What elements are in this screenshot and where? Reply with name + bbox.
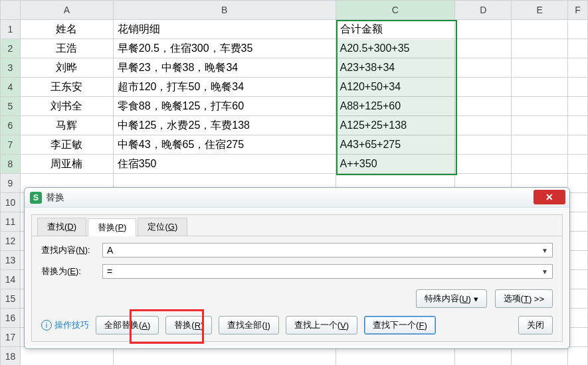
row-header[interactable]: 15 (1, 289, 21, 309)
cell[interactable]: 中餐125，水费25，车费138 (113, 116, 336, 135)
chevron-down-icon[interactable]: ▼ (541, 268, 548, 275)
cell[interactable]: A88+125+60 (336, 97, 455, 116)
cell[interactable] (512, 39, 568, 58)
cell[interactable]: A43+65+275 (336, 135, 455, 155)
cell[interactable] (568, 193, 588, 212)
cell[interactable] (113, 347, 336, 366)
cell[interactable] (568, 116, 588, 135)
col-header-B[interactable]: B (113, 1, 336, 20)
find-prev-button[interactable]: 查找上一个(V) (286, 316, 357, 334)
cell[interactable]: 王东安 (20, 78, 113, 97)
col-header-F[interactable]: F (568, 1, 588, 20)
cell[interactable] (568, 20, 588, 39)
special-content-button[interactable]: 特殊内容(U) ▾ (416, 289, 487, 308)
cell[interactable] (512, 155, 568, 174)
row-header[interactable]: 1 (1, 20, 21, 39)
cell[interactable] (336, 347, 455, 366)
replace-input[interactable]: = ▼ (102, 264, 553, 279)
row-header[interactable]: 16 (1, 309, 21, 328)
row-header[interactable]: 18 (1, 347, 21, 366)
cell[interactable]: 零食88，晚餐125，打车60 (113, 97, 336, 116)
close-button[interactable]: 关闭 (518, 316, 553, 334)
cell[interactable]: 住宿350 (113, 155, 336, 174)
cell[interactable]: A++350 (336, 155, 455, 174)
cell[interactable]: 花销明细 (113, 20, 336, 39)
tab-replace[interactable]: 替换(P) (88, 218, 136, 236)
dialog-titlebar[interactable]: S 替换 ✕ (25, 188, 569, 208)
tips-link[interactable]: i 操作技巧 (41, 319, 89, 331)
cell[interactable] (568, 78, 588, 97)
cell[interactable] (512, 135, 568, 155)
cell[interactable] (20, 347, 113, 366)
replace-button[interactable]: 替换(R) (165, 316, 212, 334)
cell[interactable] (512, 58, 568, 78)
chevron-down-icon[interactable]: ▼ (541, 247, 548, 254)
row-header[interactable]: 2 (1, 39, 21, 58)
cell[interactable] (455, 78, 512, 97)
options-button[interactable]: 选项(T) >> (495, 289, 553, 308)
cell[interactable] (455, 20, 512, 39)
row-header[interactable]: 10 (1, 193, 21, 212)
cell[interactable]: 早餐20.5，住宿300，车费35 (113, 39, 336, 58)
cell[interactable] (455, 58, 512, 78)
cell[interactable]: 王浩 (20, 39, 113, 58)
cell[interactable] (512, 97, 568, 116)
cell[interactable]: 周亚楠 (20, 155, 113, 174)
cell[interactable] (568, 39, 588, 58)
cell[interactable] (568, 328, 588, 347)
col-header-E[interactable]: E (512, 1, 568, 20)
select-all-corner[interactable] (1, 1, 21, 20)
row-header[interactable]: 4 (1, 78, 21, 97)
row-header[interactable]: 12 (1, 232, 21, 251)
row-header[interactable]: 5 (1, 97, 21, 116)
tab-find[interactable]: 查找(D) (37, 218, 86, 236)
cell[interactable] (512, 116, 568, 135)
col-header-C[interactable]: C (336, 1, 455, 20)
replace-all-button[interactable]: 全部替换(A) (96, 316, 159, 334)
cell[interactable]: 刘书全 (20, 97, 113, 116)
row-header[interactable]: 6 (1, 116, 21, 135)
cell[interactable] (455, 116, 512, 135)
row-header[interactable]: 9 (1, 174, 21, 193)
cell[interactable]: A120+50+34 (336, 78, 455, 97)
cell[interactable] (512, 347, 568, 366)
find-input[interactable]: A ▼ (102, 243, 553, 257)
cell[interactable] (568, 174, 588, 193)
find-all-button[interactable]: 查找全部(I) (219, 316, 278, 334)
cell[interactable]: 早餐23，中餐38，晚餐34 (113, 58, 336, 78)
cell[interactable] (455, 347, 512, 366)
cell[interactable]: A125+25+138 (336, 116, 455, 135)
col-header-D[interactable]: D (455, 1, 512, 20)
cell[interactable]: 李正敏 (20, 135, 113, 155)
cell[interactable] (568, 347, 588, 366)
cell[interactable]: A23+38+34 (336, 58, 455, 78)
cell[interactable] (512, 78, 568, 97)
cell[interactable]: 超市120，打车50，晚餐34 (113, 78, 336, 97)
row-header[interactable]: 8 (1, 155, 21, 174)
tab-goto[interactable]: 定位(G) (138, 218, 187, 236)
cell[interactable]: 刘晔 (20, 58, 113, 78)
cell[interactable]: 合计金额 (336, 20, 455, 39)
cell[interactable] (568, 212, 588, 232)
row-header[interactable]: 14 (1, 270, 21, 289)
cell[interactable] (455, 39, 512, 58)
row-header[interactable]: 7 (1, 135, 21, 155)
find-next-button[interactable]: 查找下一个(F) (364, 316, 436, 334)
close-icon[interactable]: ✕ (534, 190, 565, 204)
cell[interactable] (512, 20, 568, 39)
cell[interactable] (568, 309, 588, 328)
row-header[interactable]: 13 (1, 251, 21, 270)
cell[interactable] (568, 251, 588, 270)
row-header[interactable]: 3 (1, 58, 21, 78)
cell[interactable]: 中餐43，晚餐65，住宿275 (113, 135, 336, 155)
cell[interactable]: 姓名 (20, 20, 113, 39)
cell[interactable] (568, 97, 588, 116)
cell[interactable] (455, 135, 512, 155)
cell[interactable] (455, 155, 512, 174)
cell[interactable] (568, 58, 588, 78)
row-header[interactable]: 11 (1, 212, 21, 232)
cell[interactable] (455, 97, 512, 116)
cell[interactable] (568, 289, 588, 309)
row-header[interactable]: 17 (1, 328, 21, 347)
col-header-A[interactable]: A (20, 1, 113, 20)
